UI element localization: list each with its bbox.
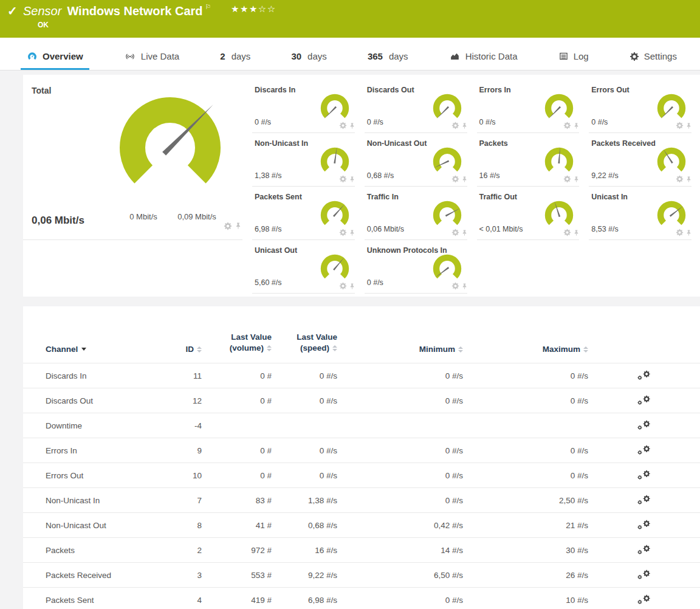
channel-settings-gears-icon[interactable] [588,370,700,381]
pin-icon[interactable] [349,122,355,129]
channel-gauge-dial [653,89,690,124]
channel-name[interactable]: Packets Sent [46,596,164,605]
gear-icon[interactable] [676,229,684,236]
pin-icon[interactable] [235,222,242,230]
channel-gauge[interactable]: Unicast In 8,53 #/s [588,187,700,240]
col-last-value-volume[interactable]: Last Value (volume) [202,332,272,354]
sensor-name[interactable]: Windows Network Card [67,4,202,18]
channel-name[interactable]: Packets Received [46,571,164,580]
tab-number: 2 [220,51,225,61]
channel-gauge[interactable]: Non-Unicast Out 0,68 #/s [363,133,476,187]
channel-gauge-dial [428,142,466,177]
pin-icon[interactable] [461,176,468,183]
channel-name[interactable]: Downtime [46,421,164,430]
tab-2-days[interactable]: 2 days [214,51,256,70]
channel-name[interactable]: Non-Unicast Out [46,521,164,530]
channel-settings-gears-icon[interactable] [588,420,700,431]
tab-30-days[interactable]: 30 days [285,51,332,70]
gear-icon[interactable] [339,229,347,236]
channel-gauge[interactable]: Unknown Protocols In 0 #/s [363,240,476,294]
gear-icon[interactable] [451,229,459,236]
channel-gauge[interactable]: Traffic Out < 0,01 Mbit/s [476,187,588,240]
last-value-speed: 1,38 #/s [272,496,337,505]
channel-gauge[interactable]: Traffic In 0,06 Mbit/s [363,187,476,240]
tab-label: Historic Data [465,51,518,61]
gear-icon[interactable] [563,175,571,183]
channel-name[interactable]: Discards Out [46,396,164,405]
channel-name[interactable]: Packets [46,546,164,555]
channel-settings-gears-icon[interactable] [588,594,700,605]
pin-icon[interactable] [685,176,692,183]
total-gauge[interactable]: Total 0 Mbit/s 0,09 Mbit/s 0,06 Mbit/s [23,75,251,297]
flag-icon[interactable]: ⚐ [205,3,211,10]
area-chart-icon [449,52,461,61]
channel-gauge[interactable]: Discards Out 0 #/s [363,80,476,133]
pin-icon[interactable] [349,283,355,290]
channel-name[interactable]: Errors In [46,446,164,455]
col-id[interactable]: ID [164,345,202,354]
col-minimum[interactable]: Minimum [337,345,463,354]
gear-icon[interactable] [339,282,347,290]
pin-icon[interactable] [573,122,580,129]
channel-settings-gears-icon[interactable] [588,495,700,506]
gear-icon[interactable] [451,175,459,183]
table-row: Non-Unicast Out 8 41 # 0,68 #/s 0,42 #/s… [23,512,700,537]
priority-star-rating[interactable]: ★★★☆☆ [231,4,276,15]
gear-icon[interactable] [339,175,347,183]
tab-log[interactable]: Log [552,51,595,70]
gear-icon[interactable] [451,282,459,290]
channel-gauge-dial [653,142,690,177]
minimum-value: 0 #/s [337,371,463,380]
channel-gauge[interactable]: Packets Received 9,22 #/s [588,133,700,187]
channel-settings-gears-icon[interactable] [588,520,700,531]
channel-gauge-value: 5,60 #/s [255,278,281,287]
pin-icon[interactable] [685,122,692,129]
channel-settings-gears-icon[interactable] [588,395,700,406]
channel-name[interactable]: Errors Out [46,471,164,480]
channel-gauge[interactable]: Unicast Out 5,60 #/s [251,240,363,294]
channel-gauge[interactable]: Errors Out 0 #/s [588,80,700,133]
tab-365-days[interactable]: 365 days [362,51,414,70]
tab-overview[interactable]: Overview [21,51,89,70]
col-channel[interactable]: Channel [46,345,164,354]
pin-icon[interactable] [349,229,355,236]
channel-gauge[interactable]: Packets 16 #/s [476,133,588,187]
gear-icon[interactable] [224,222,232,230]
gear-icon[interactable] [563,229,571,236]
pin-icon[interactable] [461,229,468,236]
channel-gauge[interactable]: Discards In 0 #/s [251,80,363,133]
channel-gauge[interactable]: Errors In 0 #/s [476,80,588,133]
gear-icon[interactable] [339,122,347,129]
channel-gauge-title: Errors Out [591,86,630,94]
col-maximum[interactable]: Maximum [463,345,588,354]
gear-icon[interactable] [451,122,459,129]
channel-gauge-value: 0 #/s [367,118,383,126]
channel-gauge[interactable]: Packets Sent 6,98 #/s [251,187,363,240]
channel-name[interactable]: Discards In [46,371,164,380]
pin-icon[interactable] [461,122,468,129]
channel-id: 2 [164,546,202,555]
tab-label: Log [574,51,589,61]
pin-icon[interactable] [685,229,692,236]
channel-settings-gears-icon[interactable] [588,470,700,481]
gear-icon[interactable] [676,175,684,183]
col-last-value-speed[interactable]: Last Value (speed) [272,332,337,354]
tab-bar: Overview Live Data 2 days 30 days 365 da… [0,38,700,71]
pin-icon[interactable] [573,229,580,236]
channel-settings-gears-icon[interactable] [588,569,700,580]
tab-live-data[interactable]: Live Data [118,51,185,70]
channel-name[interactable]: Non-Unicast In [46,496,164,505]
pin-icon[interactable] [573,176,580,183]
table-row: Discards In 11 0 # 0 #/s 0 #/s 0 #/s [23,363,700,388]
pin-icon[interactable] [461,283,468,290]
channel-settings-gears-icon[interactable] [588,545,700,556]
sort-icon [197,346,202,353]
tab-settings[interactable]: Settings [623,51,683,70]
channel-settings-gears-icon[interactable] [588,445,700,456]
gear-icon[interactable] [563,122,571,129]
tab-historic-data[interactable]: Historic Data [443,51,524,70]
minimum-value: 6,50 #/s [337,571,463,580]
gear-icon[interactable] [676,122,684,129]
channel-gauge[interactable]: Non-Unicast In 1,38 #/s [251,133,363,187]
pin-icon[interactable] [349,176,355,183]
